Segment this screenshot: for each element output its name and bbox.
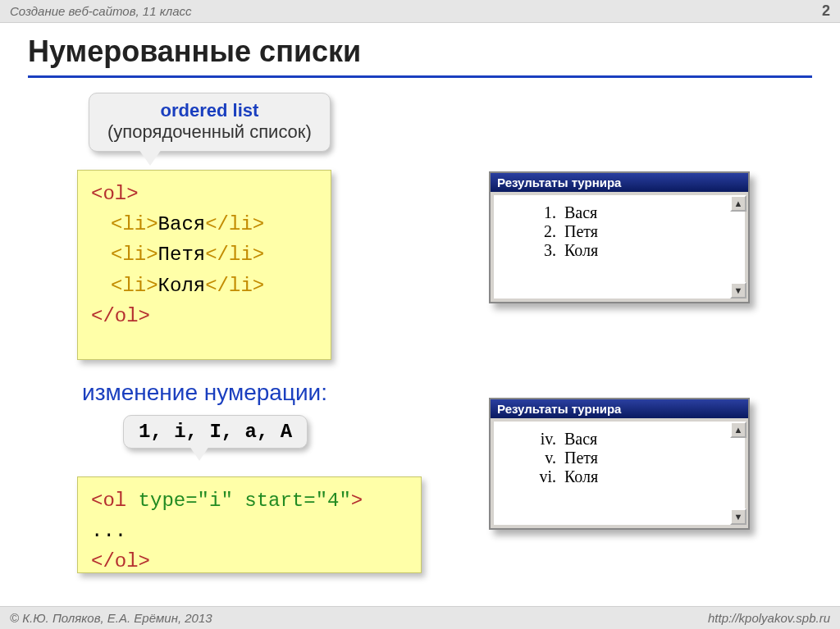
list-item: 2.Петя [532, 222, 745, 241]
win2-title: Результаты турнира [491, 399, 748, 418]
slide-footer: © К.Ю. Поляков, Е.А. Ерёмин, 2013 http:/… [0, 606, 840, 629]
sub-heading: изменение нумерации: [82, 380, 327, 406]
slide-content: ordered list (упорядоченный список) <ol>… [0, 83, 840, 608]
slide-title: Нумерованные списки [28, 34, 812, 78]
code-ol-close: </ol> [91, 305, 150, 327]
scroll-up-icon[interactable]: ▲ [730, 195, 746, 212]
callout-plain: (упорядоченный список) [107, 121, 312, 143]
footer-url: http://kpolyakov.spb.ru [708, 611, 830, 625]
win2-body: iv.Вася v.Петя vi.Коля ▲ ▼ [494, 422, 745, 525]
win1-body: 1.Вася 2.Петя 3.Коля ▲ ▼ [494, 195, 745, 299]
code-block-1: <ol> <li>Вася</li> <li>Петя</li> <li>Кол… [77, 170, 331, 360]
browser-window-2: Результаты турнира iv.Вася v.Петя vi.Кол… [489, 398, 750, 530]
callout-ordered-list: ordered list (упорядоченный список) [89, 93, 331, 152]
callout-types: 1, i, I, a, A [123, 415, 308, 449]
callout-bold: ordered list [107, 100, 312, 121]
code-ol-open: <ol> [91, 183, 139, 205]
scroll-down-icon[interactable]: ▼ [730, 508, 746, 525]
list-item: v.Петя [532, 449, 745, 467]
browser-window-1: Результаты турнира 1.Вася 2.Петя 3.Коля … [489, 171, 750, 303]
course-label: Создание веб-сайтов, 11 класс [10, 4, 192, 18]
page-number: 2 [822, 2, 830, 20]
scroll-up-icon[interactable]: ▲ [730, 422, 746, 438]
list-item: 3.Коля [532, 241, 745, 260]
list-item: iv.Вася [532, 430, 745, 449]
scroll-down-icon[interactable]: ▼ [730, 282, 746, 299]
slide-header: Создание веб-сайтов, 11 класс 2 [0, 0, 840, 23]
list-item: vi.Коля [532, 467, 745, 486]
list-item: 1.Вася [532, 203, 745, 222]
code-block-2: <ol type="i" start="4"> ... </ol> [77, 476, 422, 573]
copyright: © К.Ю. Поляков, Е.А. Ерёмин, 2013 [10, 611, 212, 625]
win1-title: Результаты турнира [491, 173, 748, 192]
